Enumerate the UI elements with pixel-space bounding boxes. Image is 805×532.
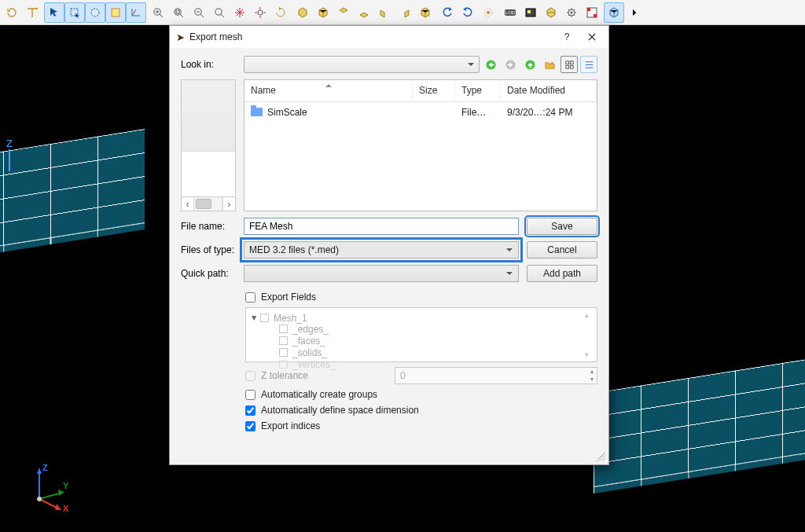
tb-point-icon[interactable]: [478, 2, 498, 23]
mesh-preview: [0, 129, 145, 283]
tb-shade-wire-icon[interactable]: [541, 2, 561, 23]
dialog-titlebar[interactable]: ➤ Export mesh ?: [170, 26, 608, 48]
file-name-input[interactable]: [244, 218, 519, 235]
svg-point-18: [571, 11, 573, 13]
sidebar-scrollbar[interactable]: ‹›: [182, 196, 235, 211]
svg-rect-33: [570, 61, 573, 64]
export-fields-checkbox[interactable]: Export Fields: [245, 292, 597, 303]
file-list-header[interactable]: Name Size Type Date Modified: [244, 80, 597, 102]
tb-select-rect-icon[interactable]: [105, 2, 126, 23]
export-indices-checkbox[interactable]: Export indices: [245, 420, 597, 431]
tree-root: Mesh_1: [274, 313, 307, 324]
svg-rect-32: [565, 61, 568, 64]
tree-scrollbar[interactable]: ▴▾: [585, 311, 594, 358]
folder-icon: [251, 108, 263, 116]
tb-lod-icon[interactable]: LOD: [500, 2, 520, 23]
file-name: SimScale: [267, 107, 307, 118]
auto-groups-checkbox[interactable]: Automatically create groups: [245, 389, 597, 400]
col-name[interactable]: Name: [244, 80, 413, 101]
col-date[interactable]: Date Modified: [501, 80, 597, 101]
svg-point-8: [215, 8, 222, 14]
app-icon: ➤: [176, 31, 185, 43]
svg-point-9: [258, 10, 263, 15]
file-row[interactable]: SimScale File…lder 9/3/20…:24 PM: [244, 102, 597, 123]
tb-view-top-icon[interactable]: [333, 2, 354, 23]
dialog-title: Export mesh: [189, 31, 242, 42]
tb-view-front-icon[interactable]: [292, 2, 313, 23]
tb-cursor-icon[interactable]: [44, 2, 64, 23]
files-of-type-label: Files of type:: [181, 244, 236, 255]
mesh-tree[interactable]: ▸Mesh_1 _edges_ _faces_ _solids_ _vertic…: [245, 307, 597, 362]
z-tolerance-checkbox[interactable]: Z tolerance: [245, 370, 388, 381]
file-date: 9/3/20…:24 PM: [501, 105, 597, 120]
tb-select-poly-icon[interactable]: [64, 2, 85, 23]
file-size: [413, 105, 455, 120]
tb-overflow-icon[interactable]: [624, 2, 645, 23]
svg-rect-6: [176, 10, 179, 13]
quick-path-label: Quick path:: [181, 268, 236, 279]
svg-rect-15: [527, 10, 531, 13]
view-grid-icon[interactable]: [561, 56, 578, 73]
look-in-combo[interactable]: [244, 56, 480, 73]
tb-zoom-out-icon[interactable]: [189, 2, 209, 23]
svg-rect-21: [594, 14, 597, 17]
tb-zoom-fit-icon[interactable]: [168, 2, 189, 23]
tb-rotate-cw-icon[interactable]: [458, 2, 478, 23]
svg-rect-34: [565, 65, 568, 68]
tb-view-right-icon[interactable]: [395, 2, 415, 23]
close-button[interactable]: [582, 28, 602, 46]
resize-grip[interactable]: [596, 452, 605, 461]
tb-rotate-icon[interactable]: [270, 2, 291, 23]
tb-view-back-icon[interactable]: [313, 2, 333, 23]
view-list-icon[interactable]: [580, 56, 597, 73]
quick-path-combo[interactable]: [244, 265, 519, 282]
tb-tee-icon[interactable]: [22, 2, 42, 23]
tb-shade-box-icon[interactable]: [520, 2, 541, 23]
tb-view-iso-icon[interactable]: [415, 2, 436, 23]
svg-rect-20: [587, 8, 590, 11]
col-size[interactable]: Size: [413, 80, 455, 101]
add-path-button[interactable]: Add path: [527, 265, 597, 282]
mesh-preview: [594, 333, 805, 487]
nav-forward-icon[interactable]: [502, 56, 519, 73]
svg-rect-3: [112, 9, 119, 17]
main-toolbar: LOD: [0, 0, 805, 25]
tb-view-left-icon[interactable]: [374, 2, 395, 23]
svg-point-2: [91, 9, 99, 17]
tb-zoom-icon[interactable]: [209, 2, 230, 23]
col-type[interactable]: Type: [455, 80, 501, 101]
tb-rotate-ccw-icon[interactable]: [437, 2, 458, 23]
svg-point-5: [175, 8, 181, 14]
file-type: File…lder: [455, 105, 501, 120]
file-name-label: File name:: [181, 221, 236, 232]
files-of-type-combo[interactable]: MED 3.2 files (*.med): [244, 241, 519, 259]
nav-back-icon[interactable]: [482, 56, 499, 73]
tb-refresh-icon[interactable]: [2, 2, 22, 23]
svg-text:LOD: LOD: [505, 10, 516, 15]
cancel-button[interactable]: Cancel: [527, 241, 597, 259]
svg-point-10: [487, 11, 490, 14]
tb-settings-icon[interactable]: [561, 2, 582, 23]
new-folder-icon[interactable]: [541, 56, 558, 73]
tb-view-cube-icon[interactable]: [604, 2, 624, 23]
nav-up-icon[interactable]: [521, 56, 539, 73]
svg-rect-35: [570, 65, 573, 68]
tb-zoom-in-icon[interactable]: [148, 2, 168, 23]
tb-view-bottom-icon[interactable]: [354, 2, 374, 23]
save-button[interactable]: Save: [527, 218, 597, 235]
svg-point-0: [36, 7, 38, 9]
tb-corner-icon[interactable]: [582, 2, 602, 23]
help-button[interactable]: ?: [557, 28, 577, 46]
axis-z-indicator: Z: [6, 138, 13, 171]
look-in-label: Look in:: [181, 59, 236, 70]
export-mesh-dialog: ➤ Export mesh ? Look in: ‹›: [169, 25, 609, 465]
tb-pan-global-icon[interactable]: [250, 2, 270, 23]
tb-pan-icon[interactable]: [230, 2, 250, 23]
z-tolerance-spinner[interactable]: 0: [395, 367, 597, 384]
tb-select-circle-icon[interactable]: [85, 2, 105, 23]
places-sidebar[interactable]: ‹›: [181, 79, 236, 211]
auto-dimension-checkbox[interactable]: Automatically define space dimension: [245, 405, 597, 416]
tb-axis-icon[interactable]: [126, 2, 146, 23]
file-list[interactable]: Name Size Type Date Modified SimScale Fi…: [244, 79, 597, 211]
